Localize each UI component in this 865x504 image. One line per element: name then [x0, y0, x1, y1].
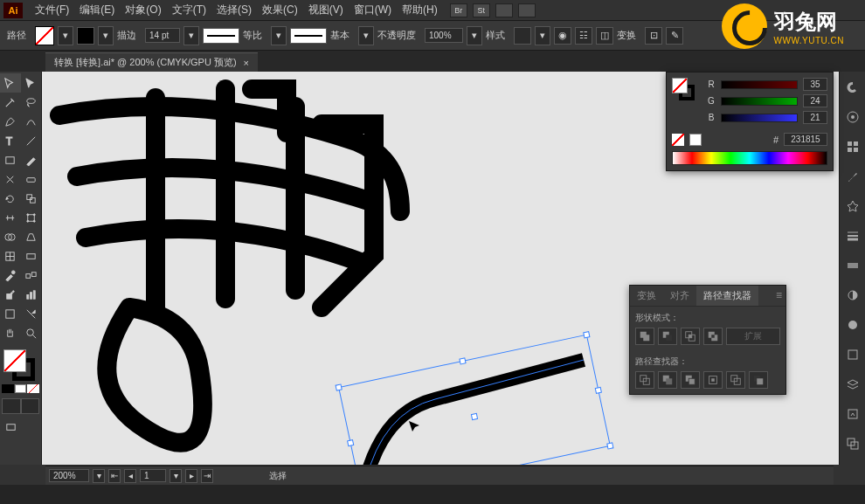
magic-wand-tool[interactable]: [0, 93, 21, 112]
trim-button[interactable]: [658, 371, 677, 389]
g-value[interactable]: [803, 94, 827, 107]
asset-export-icon[interactable]: [844, 405, 862, 423]
fill-indicator[interactable]: [3, 349, 26, 372]
artboard-number[interactable]: [140, 469, 166, 482]
selected-object[interactable]: [348, 351, 610, 465]
direct-selection-tool[interactable]: [21, 73, 42, 93]
r-slider[interactable]: [721, 80, 798, 89]
none-mode[interactable]: [27, 384, 39, 393]
color-panel-icon[interactable]: [844, 79, 862, 96]
lasso-tool[interactable]: [21, 93, 42, 112]
zoom-tool[interactable]: [21, 323, 42, 342]
artboard-tool[interactable]: [0, 304, 21, 323]
artboard-dropdown[interactable]: ▾: [170, 469, 182, 483]
brush-dropdown[interactable]: ▾: [358, 26, 374, 45]
brush-preview[interactable]: [290, 28, 327, 44]
stroke-dropdown[interactable]: ▾: [98, 26, 114, 45]
shape-icon[interactable]: ◫: [596, 27, 613, 45]
b-slider[interactable]: [721, 114, 798, 122]
tab-close-icon[interactable]: ×: [244, 58, 249, 68]
rotate-tool[interactable]: [0, 189, 21, 208]
crop-button[interactable]: [703, 371, 723, 389]
hand-tool[interactable]: [0, 323, 21, 342]
unite-button[interactable]: [635, 328, 654, 345]
exclude-button[interactable]: [703, 328, 723, 345]
artboard-next[interactable]: ▸: [185, 469, 197, 483]
scale-tool[interactable]: [21, 189, 42, 208]
layers-icon[interactable]: [844, 376, 862, 393]
mesh-tool[interactable]: [0, 246, 21, 266]
transparency-icon[interactable]: [844, 287, 862, 304]
graphic-styles-icon[interactable]: [844, 346, 862, 363]
artboards-icon[interactable]: [844, 435, 862, 452]
document-tab[interactable]: 转换 [转换].ai* @ 200% (CMYK/GPU 预览) ×: [45, 52, 258, 72]
artboard-first[interactable]: ⇤: [108, 469, 121, 483]
brushes-icon[interactable]: [844, 168, 862, 185]
menu-effect[interactable]: 效果(C): [257, 3, 303, 17]
outline-button[interactable]: [726, 371, 745, 389]
style-swatch[interactable]: [514, 27, 531, 45]
menu-view[interactable]: 视图(V): [303, 3, 349, 17]
panel-menu-icon[interactable]: ≡: [776, 289, 782, 301]
stock-icon[interactable]: St: [473, 3, 490, 17]
profile-label[interactable]: 等比: [243, 29, 262, 42]
eyedropper-tool[interactable]: [0, 266, 21, 285]
brush-label[interactable]: 基本: [330, 29, 349, 42]
menu-file[interactable]: 文件(F): [30, 3, 74, 17]
style-dropdown[interactable]: ▾: [535, 26, 550, 45]
type-tool[interactable]: T: [0, 131, 21, 150]
color-panel-fill-stroke[interactable]: [672, 78, 696, 102]
divide-button[interactable]: [635, 371, 654, 389]
white-swatch[interactable]: [689, 134, 702, 146]
free-transform-tool[interactable]: [21, 208, 42, 227]
menu-object[interactable]: 对象(O): [120, 3, 166, 17]
stroke-weight-dropdown[interactable]: ▾: [183, 26, 199, 45]
opacity-dropdown[interactable]: ▾: [467, 26, 482, 45]
curvature-tool[interactable]: [21, 112, 42, 131]
none-swatch[interactable]: [672, 134, 684, 146]
line-tool[interactable]: [21, 131, 42, 150]
bridge-icon[interactable]: Br: [450, 3, 467, 17]
cp-fill[interactable]: [672, 78, 688, 93]
g-slider[interactable]: [721, 97, 798, 106]
appearance-icon[interactable]: [844, 316, 862, 334]
fill-swatch[interactable]: [35, 26, 54, 45]
menu-edit[interactable]: 编辑(E): [74, 3, 120, 17]
draw-normal[interactable]: [2, 398, 21, 414]
r-value[interactable]: [803, 78, 827, 91]
align-tab[interactable]: 对齐: [663, 286, 696, 306]
stroke-label[interactable]: 描边: [117, 29, 136, 42]
profile-dropdown[interactable]: ▾: [271, 26, 287, 45]
expand-button[interactable]: 扩展: [726, 328, 780, 345]
width-tool[interactable]: [0, 208, 21, 227]
menu-select[interactable]: 选择(S): [211, 3, 257, 17]
graph-tool[interactable]: [21, 285, 42, 304]
zoom-input[interactable]: [49, 469, 89, 482]
menu-type[interactable]: 文字(T): [167, 3, 211, 17]
transform-tab[interactable]: 变换: [630, 286, 663, 306]
color-mode[interactable]: [2, 384, 14, 393]
rectangle-tool[interactable]: [0, 150, 21, 169]
transform-label[interactable]: 变换: [617, 29, 636, 42]
swatches-icon[interactable]: [844, 138, 862, 155]
shape-builder-tool[interactable]: [0, 227, 21, 246]
profile-preview[interactable]: [203, 28, 239, 44]
pen-tool[interactable]: [0, 112, 21, 131]
gradient-tool[interactable]: [21, 246, 42, 266]
screen-mode[interactable]: [0, 418, 21, 437]
fill-dropdown[interactable]: ▾: [58, 26, 73, 45]
paintbrush-tool[interactable]: [21, 150, 42, 169]
opacity-input[interactable]: [425, 28, 463, 43]
gpu-icon[interactable]: [518, 3, 536, 17]
menu-help[interactable]: 帮助(H): [397, 3, 443, 17]
artboard-last[interactable]: ⇥: [201, 469, 213, 483]
stroke-swatch[interactable]: [77, 27, 94, 45]
symbol-sprayer-tool[interactable]: [0, 285, 21, 304]
color-guide-icon[interactable]: [844, 108, 862, 126]
color-spectrum[interactable]: [672, 151, 827, 165]
pathfinder-tab[interactable]: 路径查找器: [696, 286, 758, 306]
menu-window[interactable]: 窗口(W): [349, 3, 397, 17]
perspective-tool[interactable]: [21, 227, 42, 246]
b-value[interactable]: [803, 111, 827, 124]
eraser-tool[interactable]: [21, 169, 42, 189]
